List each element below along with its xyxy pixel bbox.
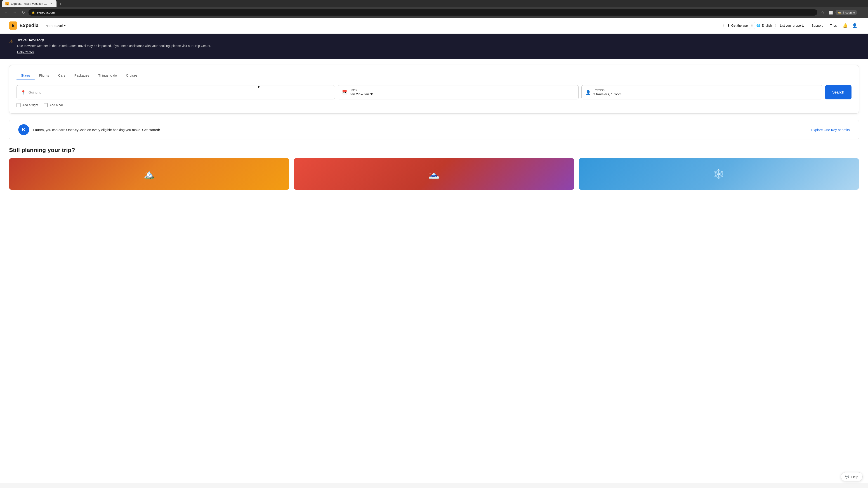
planning-card-image-2: 🗻 (294, 158, 574, 190)
planning-card-1[interactable]: 🏔️ (9, 158, 289, 190)
add-flight-label: Add a flight (22, 103, 38, 107)
add-car-checkbox[interactable] (43, 103, 48, 107)
account-button[interactable]: 👤 (850, 21, 859, 30)
site-nav: E Expedia More travel ▾ ⬇ Get the app 🌐 … (0, 18, 868, 34)
forward-button[interactable]: → (11, 9, 18, 16)
bell-icon: 🔔 (843, 23, 848, 28)
new-tab-button[interactable]: + (57, 1, 64, 7)
tab-flights[interactable]: Flights (35, 71, 54, 80)
search-widget: Stays Flights Cars Packages Things to do… (9, 65, 859, 113)
list-property-button[interactable]: List your property (777, 22, 807, 29)
nav-actions: ⬇ Get the app 🌐 English List your proper… (723, 21, 859, 30)
add-car-label: Add a car (50, 103, 63, 107)
travelers-content: Travelers 2 travelers, 1 room (593, 89, 818, 96)
search-tabs: Stays Flights Cars Packages Things to do… (17, 71, 851, 80)
destination-content: Going to (29, 90, 331, 94)
tab-things-to-do[interactable]: Things to do (94, 71, 122, 80)
dates-value: Jan 27 – Jan 31 (350, 92, 575, 96)
onekey-message: Lauren, you can earn OneKeyCash on every… (33, 128, 807, 132)
advisory-banner: ⚠ Travel Advisory Due to winter weather … (0, 34, 868, 59)
language-label: English (762, 24, 772, 27)
add-flight-option[interactable]: Add a flight (17, 103, 38, 107)
active-tab[interactable]: E Expedia Travel: Vacation Hom... × (2, 0, 57, 7)
advisory-title: Travel Advisory (17, 38, 859, 42)
tab-title: Expedia Travel: Vacation Hom... (11, 2, 48, 5)
still-planning-section: Still planning your trip? 🏔️ 🗻 ❄️ (0, 139, 868, 190)
tab-packages[interactable]: Packages (70, 71, 94, 80)
trips-button[interactable]: Trips (827, 22, 840, 29)
tab-stays[interactable]: Stays (17, 71, 35, 80)
lock-icon: 🔒 (32, 11, 35, 14)
search-inputs: 📍 Going to 📅 Dates Jan 27 – Jan 31 👤 Tra… (17, 85, 851, 99)
person-icon: 👤 (586, 90, 591, 95)
tab-bar: E Expedia Travel: Vacation Hom... × + (0, 0, 868, 7)
support-label: Support (811, 24, 823, 27)
tab-close-button[interactable]: × (50, 2, 53, 5)
calendar-icon: 📅 (342, 90, 347, 95)
menu-button[interactable]: ⋮ (859, 9, 865, 16)
search-button[interactable]: Search (825, 85, 851, 99)
destination-field[interactable]: 📍 Going to (17, 85, 335, 99)
logo-text: Expedia (20, 23, 38, 29)
warning-icon: ⚠ (9, 39, 13, 44)
logo-area[interactable]: E Expedia (9, 22, 38, 30)
list-property-label: List your property (780, 24, 804, 27)
tab-favicon: E (5, 2, 9, 5)
more-travel-button[interactable]: More travel ▾ (43, 22, 68, 29)
dates-field[interactable]: 📅 Dates Jan 27 – Jan 31 (338, 85, 579, 99)
globe-icon: 🌐 (756, 24, 760, 27)
onekey-banner: K Lauren, you can earn OneKeyCash on eve… (9, 120, 859, 139)
chevron-down-icon: ▾ (64, 24, 66, 28)
language-button[interactable]: 🌐 English (752, 22, 776, 29)
incognito-icon: 🕵️ (838, 11, 842, 14)
extension-button[interactable]: ⬜ (827, 9, 834, 16)
reload-button[interactable]: ↻ (20, 9, 27, 16)
help-icon: 💬 (845, 475, 849, 479)
search-button-label: Search (832, 90, 844, 94)
browser-chrome: E Expedia Travel: Vacation Hom... × + ← … (0, 0, 868, 18)
advisory-text: Due to winter weather in the United Stat… (17, 43, 859, 48)
travelers-value: 2 travelers, 1 room (593, 92, 818, 96)
dates-content: Dates Jan 27 – Jan 31 (350, 89, 575, 96)
help-center-link[interactable]: Help Center (17, 51, 34, 54)
address-bar[interactable]: 🔒 expedia.com (29, 9, 817, 15)
travelers-label: Travelers (593, 89, 818, 92)
support-button[interactable]: Support (808, 22, 826, 29)
incognito-label: Incognito (843, 11, 855, 14)
location-icon: 📍 (21, 90, 26, 95)
add-car-option[interactable]: Add a car (43, 103, 63, 107)
tab-cars[interactable]: Cars (54, 71, 70, 80)
incognito-badge: 🕵️ Incognito (835, 10, 857, 15)
bookmark-button[interactable]: ☆ (819, 9, 826, 16)
more-travel-label: More travel (46, 24, 63, 28)
get-app-label: Get the app (731, 24, 748, 27)
planning-card-2[interactable]: 🗻 (294, 158, 574, 190)
back-button[interactable]: ← (3, 9, 9, 16)
url-text: expedia.com (37, 11, 814, 14)
expedia-logo-icon: E (9, 22, 17, 30)
onekey-cta-link[interactable]: Explore One Key benefits (811, 128, 850, 132)
planning-card-image-1: 🏔️ (9, 158, 289, 190)
toolbar-actions: ☆ ⬜ 🕵️ Incognito ⋮ (819, 9, 865, 16)
page-content: E Expedia More travel ▾ ⬇ Get the app 🌐 … (0, 18, 868, 483)
trips-label: Trips (830, 24, 837, 27)
help-label: Help (851, 475, 858, 479)
help-button[interactable]: 💬 Help (841, 472, 863, 481)
tab-cruises[interactable]: Cruises (121, 71, 142, 80)
add-flight-checkbox[interactable] (17, 103, 21, 107)
user-icon: 👤 (852, 23, 857, 28)
dates-label: Dates (350, 89, 575, 92)
destination-placeholder: Going to (29, 90, 41, 94)
travelers-field[interactable]: 👤 Travelers 2 travelers, 1 room (581, 85, 822, 99)
onekey-avatar: K (18, 124, 29, 135)
advisory-content: Travel Advisory Due to winter weather in… (17, 38, 859, 54)
planning-card-3[interactable]: ❄️ (579, 158, 859, 190)
get-app-button[interactable]: ⬇ Get the app (723, 22, 752, 29)
browser-toolbar: ← → ↻ 🔒 expedia.com ☆ ⬜ 🕵️ Incognito ⋮ (0, 7, 868, 18)
planning-cards: 🏔️ 🗻 ❄️ (9, 158, 859, 190)
notifications-button[interactable]: 🔔 (841, 21, 849, 30)
search-options: Add a flight Add a car (17, 103, 851, 107)
download-icon: ⬇ (727, 24, 730, 27)
still-planning-title: Still planning your trip? (9, 147, 859, 154)
planning-card-image-3: ❄️ (579, 158, 859, 190)
